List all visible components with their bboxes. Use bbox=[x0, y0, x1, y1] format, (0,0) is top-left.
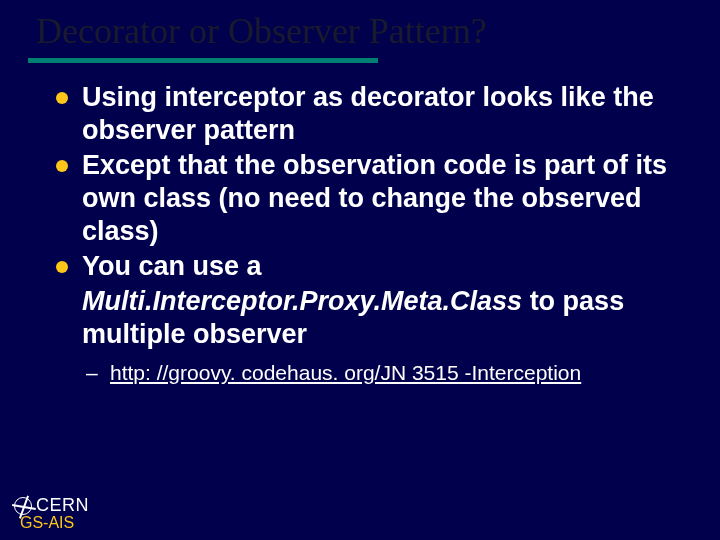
footer-org-row: CERN bbox=[14, 495, 89, 516]
cern-logo-icon bbox=[14, 497, 32, 515]
slide-title: Decorator or Observer Pattern? bbox=[0, 0, 720, 58]
bullet-continuation: Multi.Interceptor.Proxy.Meta.Class to pa… bbox=[56, 285, 696, 351]
sublink-list: http: //groovy. codehaus. org/JN 3515 -I… bbox=[56, 361, 696, 385]
reference-link[interactable]: http: //groovy. codehaus. org/JN 3515 -I… bbox=[110, 361, 581, 384]
bullet-item: Except that the observation code is part… bbox=[56, 149, 696, 248]
bullet-item: Using interceptor as decorator looks lik… bbox=[56, 81, 696, 147]
footer: CERN GS-AIS bbox=[14, 495, 89, 532]
slide-content: Using interceptor as decorator looks lik… bbox=[0, 63, 720, 385]
sublink-item: http: //groovy. codehaus. org/JN 3515 -I… bbox=[110, 361, 696, 385]
footer-dept: GS-AIS bbox=[20, 514, 74, 532]
bullet-item: You can use a bbox=[56, 250, 696, 283]
footer-org: CERN bbox=[36, 495, 89, 516]
bullet-list: Using interceptor as decorator looks lik… bbox=[56, 81, 696, 283]
class-name: Multi.Interceptor.Proxy.Meta.Class bbox=[82, 286, 522, 316]
